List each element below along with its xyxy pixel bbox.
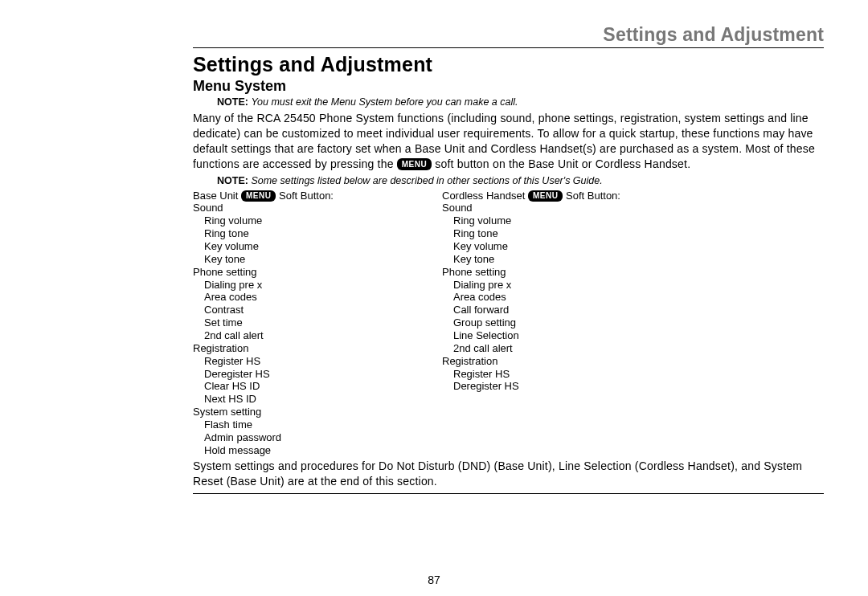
- menu-item: Set time: [204, 316, 426, 329]
- cordless-handset-header-suffix: Soft Button:: [563, 190, 620, 202]
- menu-group-title: Sound: [442, 202, 675, 214]
- menu-item: Dialing pre x: [453, 279, 675, 292]
- menu-group-items: Register HSDeregister HSClear HS IDNext …: [204, 355, 426, 406]
- page-title: Settings and Adjustment: [193, 53, 824, 76]
- menu-item: Deregister HS: [453, 380, 675, 393]
- menu-group-items: Ring volumeRing toneKey volumeKey tone: [204, 214, 426, 265]
- menu-item: Contrast: [204, 304, 426, 316]
- menu-group-items: Flash timeAdmin passwordHold message: [204, 418, 426, 457]
- menu-item: Line Selection: [453, 329, 675, 342]
- menu-item: Deregister HS: [204, 368, 426, 381]
- note-1-text: You must exit the Menu System before you…: [251, 96, 518, 108]
- page-number: 87: [0, 574, 868, 586]
- menu-item: Key tone: [204, 253, 426, 266]
- menu-group: RegistrationRegister HSDeregister HS: [442, 355, 675, 394]
- cordless-handset-header-prefix: Cordless Handset: [442, 190, 528, 202]
- section-subtitle: Menu System: [193, 78, 824, 95]
- menu-item: Ring volume: [453, 214, 675, 227]
- closing-paragraph: System settings and procedures for Do No…: [193, 459, 824, 489]
- menu-item: Key tone: [453, 253, 675, 266]
- menu-badge-icon: MENU: [397, 158, 432, 171]
- menu-item: 2nd call alert: [204, 329, 426, 342]
- menu-item: Flash time: [204, 418, 426, 431]
- menu-group-title: Sound: [193, 202, 426, 214]
- menu-item: Hold message: [204, 444, 426, 457]
- document-page: Settings and Adjustment Settings and Adj…: [0, 0, 868, 510]
- menu-item: Admin password: [204, 431, 426, 444]
- menu-group: RegistrationRegister HSDeregister HSClea…: [193, 342, 426, 406]
- menu-item: Ring tone: [453, 227, 675, 240]
- menu-badge-icon: MENU: [528, 190, 563, 202]
- menu-group-items: Dialing pre xArea codesCall forwardGroup…: [453, 279, 675, 355]
- menu-group-title: Phone setting: [442, 266, 675, 279]
- note-1-label: NOTE:: [217, 96, 248, 108]
- intro-paragraph: Many of the RCA 25450 Phone System funct…: [193, 111, 824, 172]
- menu-columns: Base Unit MENU Soft Button:SoundRing vol…: [193, 190, 824, 457]
- base-unit-header: Base Unit MENU Soft Button:: [193, 190, 426, 202]
- menu-group: Phone settingDialing pre xArea codesCall…: [442, 266, 675, 355]
- menu-group: SoundRing volumeRing toneKey volumeKey t…: [193, 202, 426, 265]
- intro-text-b: soft button on the Base Unit or Cordless…: [435, 157, 690, 170]
- menu-group-items: Ring volumeRing toneKey volumeKey tone: [453, 214, 675, 265]
- menu-group-items: Dialing pre xArea codesContrastSet time2…: [204, 279, 426, 342]
- base-unit-column: Base Unit MENU Soft Button:SoundRing vol…: [193, 190, 426, 457]
- menu-item: Group setting: [453, 316, 675, 329]
- menu-item: Area codes: [453, 291, 675, 304]
- menu-item: Ring tone: [204, 227, 426, 240]
- menu-item: Area codes: [204, 291, 426, 304]
- menu-item: Next HS ID: [204, 393, 426, 406]
- base-unit-header-suffix: Soft Button:: [276, 190, 334, 202]
- cordless-handset-header: Cordless Handset MENU Soft Button:: [442, 190, 675, 202]
- menu-group-items: Register HSDeregister HS: [453, 368, 675, 394]
- running-header: Settings and Adjustment: [193, 24, 824, 48]
- menu-item: Register HS: [204, 355, 426, 368]
- menu-group-title: Registration: [442, 355, 675, 368]
- menu-item: Key volume: [204, 240, 426, 253]
- menu-item: Register HS: [453, 368, 675, 381]
- note-2-text: Some settings listed below are described…: [251, 175, 602, 186]
- menu-item: Dialing pre x: [204, 279, 426, 292]
- cordless-handset-column: Cordless Handset MENU Soft Button:SoundR…: [442, 190, 675, 457]
- menu-group-title: Phone setting: [193, 266, 426, 279]
- note-2: NOTE: Some settings listed below are des…: [217, 175, 824, 186]
- menu-item: 2nd call alert: [453, 342, 675, 355]
- menu-item: Key volume: [453, 240, 675, 253]
- base-unit-header-prefix: Base Unit: [193, 190, 241, 202]
- menu-item: Call forward: [453, 304, 675, 316]
- menu-group-title: System setting: [193, 406, 426, 418]
- note-1: NOTE: You must exit the Menu System befo…: [217, 96, 824, 108]
- footer-rule: [193, 493, 824, 494]
- menu-group-title: Registration: [193, 342, 426, 355]
- menu-badge-icon: MENU: [241, 190, 276, 202]
- note-2-label: NOTE:: [217, 175, 248, 186]
- menu-group: SoundRing volumeRing toneKey volumeKey t…: [442, 202, 675, 265]
- menu-item: Clear HS ID: [204, 380, 426, 393]
- menu-group: System settingFlash timeAdmin passwordHo…: [193, 406, 426, 456]
- menu-item: Ring volume: [204, 214, 426, 227]
- menu-group: Phone settingDialing pre xArea codesCont…: [193, 266, 426, 342]
